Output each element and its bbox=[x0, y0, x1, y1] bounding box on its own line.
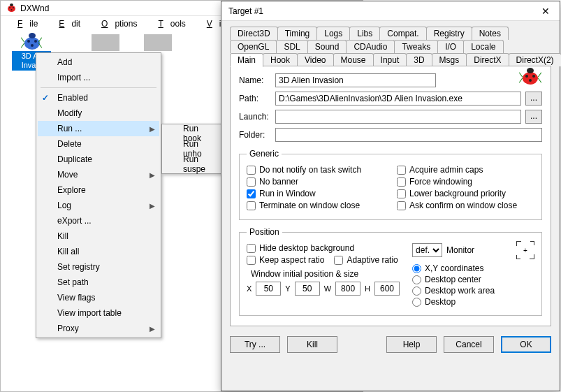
ctx-item-view-flags[interactable]: View flags bbox=[38, 290, 159, 305]
adaptive-ratio-label: Adaptive ratio bbox=[347, 255, 398, 265]
tab-cdaudio[interactable]: CDAudio bbox=[346, 40, 395, 53]
y-input[interactable] bbox=[295, 282, 320, 296]
tab-hook[interactable]: Hook bbox=[263, 53, 298, 66]
tab-libs[interactable]: Libs bbox=[349, 27, 380, 40]
tab-panel-main: Name: Path: ... Launch: ... Folder: Gene… bbox=[230, 66, 551, 326]
checkbox-lower-background-priority[interactable] bbox=[397, 189, 406, 198]
position-legend: Position bbox=[247, 227, 282, 237]
ctx-item-set-registry[interactable]: Set registry bbox=[38, 259, 159, 275]
tab-timing[interactable]: Timing bbox=[277, 27, 318, 40]
ctx-item-modify[interactable]: Modify bbox=[38, 106, 159, 121]
tab-io[interactable]: I/O bbox=[437, 40, 464, 53]
pick-region-button[interactable]: + bbox=[516, 241, 534, 259]
tab-video[interactable]: Video bbox=[297, 53, 333, 66]
ctx-item-log[interactable]: Log▶ bbox=[38, 198, 159, 213]
tab-opengl[interactable]: OpenGL bbox=[230, 40, 277, 53]
check-icon: ✓ bbox=[42, 93, 49, 103]
checkbox-acquire-admin-caps[interactable] bbox=[397, 166, 406, 175]
tab-directx[interactable]: DirectX bbox=[466, 53, 509, 66]
chevron-right-icon: ▶ bbox=[150, 171, 155, 179]
radio-desktop[interactable] bbox=[412, 298, 421, 307]
tab-tweaks[interactable]: Tweaks bbox=[394, 40, 438, 53]
tab-directx2[interactable]: DirectX(2) bbox=[509, 53, 561, 66]
radio-desktop-work-area[interactable] bbox=[412, 286, 421, 296]
keep-aspect-checkbox[interactable] bbox=[247, 256, 256, 265]
checkbox-run-in-window[interactable] bbox=[247, 189, 256, 198]
tab-main[interactable]: Main bbox=[230, 53, 263, 67]
launch-label: Launch: bbox=[239, 112, 275, 122]
checkbox-do-not-notify-on-task-switch[interactable] bbox=[247, 166, 256, 175]
w-input[interactable] bbox=[335, 282, 360, 296]
tab-compat[interactable]: Compat. bbox=[379, 27, 426, 40]
menu-edit[interactable]: Edit bbox=[45, 17, 87, 30]
tab-msgs[interactable]: Msgs bbox=[432, 53, 467, 66]
tab-notes[interactable]: Notes bbox=[472, 27, 509, 40]
wip-label: Window initial position & size bbox=[251, 269, 400, 279]
window-title: DXWnd bbox=[20, 3, 49, 13]
tab-direct3d[interactable]: Direct3D bbox=[230, 27, 278, 40]
name-input[interactable] bbox=[275, 73, 436, 87]
h-label: H bbox=[365, 284, 370, 293]
ctx-item-import-[interactable]: Import ... bbox=[38, 70, 159, 85]
tab-sound[interactable]: Sound bbox=[307, 40, 347, 53]
ctx-item-proxy[interactable]: Proxy▶ bbox=[38, 321, 159, 336]
menu-file[interactable]: File bbox=[3, 17, 45, 30]
adaptive-ratio-checkbox[interactable] bbox=[334, 256, 343, 265]
close-icon[interactable]: ✕ bbox=[532, 1, 560, 21]
dialog-titlebar[interactable]: Target #1 ✕ bbox=[221, 1, 560, 21]
tab-locale[interactable]: Locale bbox=[463, 40, 503, 53]
tab-sdl[interactable]: SDL bbox=[276, 40, 307, 53]
ctx-item-enabled[interactable]: ✓Enabled bbox=[38, 90, 159, 106]
ctx-item-kill-all[interactable]: Kill all bbox=[38, 244, 159, 259]
radio-x-y-coordinates[interactable] bbox=[412, 264, 421, 273]
w-label: W bbox=[324, 284, 331, 293]
launch-input[interactable] bbox=[275, 110, 521, 124]
menu-tools[interactable]: Tools bbox=[144, 17, 192, 30]
ctx-item-move[interactable]: Move▶ bbox=[38, 167, 159, 182]
x-input[interactable] bbox=[256, 282, 281, 296]
chevron-right-icon: ▶ bbox=[150, 325, 155, 333]
h-input[interactable] bbox=[374, 282, 400, 296]
help-button[interactable]: Help bbox=[386, 336, 437, 353]
folder-input[interactable] bbox=[275, 128, 542, 142]
thumb-placeholder[interactable] bbox=[144, 34, 172, 51]
ctx-item-run-[interactable]: Run ...▶ bbox=[38, 121, 159, 136]
checkbox-no-banner[interactable] bbox=[247, 177, 256, 187]
kill-button[interactable]: Kill bbox=[287, 336, 337, 353]
ctx-item-set-path[interactable]: Set path bbox=[38, 275, 159, 290]
path-input[interactable] bbox=[275, 92, 521, 106]
monitor-select[interactable]: def. bbox=[412, 243, 442, 257]
context-menu: AddImport ...✓EnabledModifyRun ...▶Delet… bbox=[36, 52, 161, 338]
checkbox-ask-confirm-on-window-close[interactable] bbox=[397, 201, 406, 210]
position-group: Position Hide desktop background Keep as… bbox=[239, 227, 542, 316]
tab-logs[interactable]: Logs bbox=[316, 27, 350, 40]
checkbox-terminate-on-window-close[interactable] bbox=[247, 201, 256, 210]
generic-legend: Generic bbox=[247, 149, 282, 159]
menu-options[interactable]: Options bbox=[87, 17, 144, 30]
chevron-right-icon: ▶ bbox=[150, 202, 155, 210]
ctx-item-export-[interactable]: eXport ... bbox=[38, 213, 159, 228]
tab-input[interactable]: Input bbox=[373, 53, 407, 66]
tab-registry[interactable]: Registry bbox=[426, 27, 472, 40]
x-label: X bbox=[247, 284, 252, 293]
ctx-item-add[interactable]: Add bbox=[38, 55, 159, 70]
ctx-item-view-import-table[interactable]: View import table bbox=[38, 305, 159, 321]
hide-desktop-bg-checkbox[interactable] bbox=[247, 244, 256, 253]
thumb-placeholder[interactable] bbox=[92, 34, 119, 51]
app-icon bbox=[6, 3, 16, 13]
radio-desktop-center[interactable] bbox=[412, 275, 421, 284]
ctx-item-duplicate[interactable]: Duplicate bbox=[38, 152, 159, 167]
tab-3d[interactable]: 3D bbox=[406, 53, 432, 66]
try-button[interactable]: Try ... bbox=[230, 336, 280, 353]
name-label: Name: bbox=[239, 75, 275, 85]
tab-mouse[interactable]: Mouse bbox=[333, 53, 374, 66]
ctx-item-delete[interactable]: Delete bbox=[38, 136, 159, 152]
ctx-item-kill[interactable]: Kill bbox=[38, 228, 159, 244]
ctx-sub-item[interactable]: Run suspe bbox=[163, 157, 222, 172]
path-browse-button[interactable]: ... bbox=[525, 92, 542, 106]
cancel-button[interactable]: Cancel bbox=[444, 336, 494, 353]
launch-browse-button[interactable]: ... bbox=[525, 110, 542, 124]
ok-button[interactable]: OK bbox=[501, 336, 551, 353]
checkbox-force-windowing[interactable] bbox=[397, 177, 406, 187]
ctx-item-explore[interactable]: Explore bbox=[38, 182, 159, 198]
